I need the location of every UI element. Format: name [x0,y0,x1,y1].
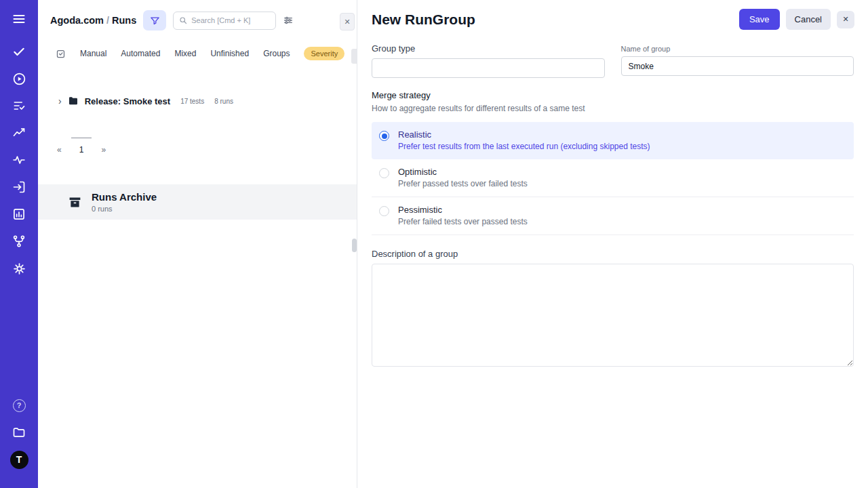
run-group-runs-count: 8 runs [214,98,233,105]
name-of-group-input[interactable] [621,56,854,76]
run-group-tests-count: 17 tests [180,98,204,105]
new-rungroup-header: New RunGroup Save Cancel ✕ [357,0,868,37]
panel-collapse-button[interactable]: ✕ [340,13,355,30]
runs-archive-row[interactable]: Runs Archive 0 runs [38,184,357,220]
runs-filter-tabs: Manual Automated Mixed Unfinished Groups… [38,41,357,66]
breadcrumb-project[interactable]: Agoda.com [50,15,104,26]
view-settings-button[interactable] [283,15,294,26]
chevron-right-icon[interactable]: › [58,96,62,106]
menu-icon[interactable] [9,9,28,28]
funnel-icon [150,16,160,26]
new-rungroup-panel: New RunGroup Save Cancel ✕ Group type Na… [357,0,868,488]
user-avatar[interactable]: T [9,450,28,469]
runs-panel-header: Agoda.com/Runs [38,0,357,37]
save-button[interactable]: Save [739,9,780,30]
run-group-name[interactable]: Release: Smoke test [85,96,170,106]
tab-groups[interactable]: Groups [263,49,290,58]
strategy-description: Prefer passed tests over failed tests [398,179,528,188]
archive-title: Runs Archive [92,191,157,203]
select-all-icon[interactable] [56,49,66,59]
pagination-prev[interactable]: « [57,145,62,156]
description-label: Description of a group [372,249,854,259]
app-sidebar: ? T [0,0,38,488]
description-textarea[interactable] [372,264,854,367]
tab-mixed[interactable]: Mixed [174,49,196,58]
name-of-group-label: Name of group [621,45,854,53]
import-icon[interactable] [9,178,28,197]
projects-folder-icon[interactable] [9,423,28,442]
group-type-input[interactable] [372,58,605,78]
filter-button[interactable] [143,10,166,30]
page-title: New RunGroup [372,12,739,28]
plans-list-icon[interactable] [9,96,28,115]
tab-unfinished[interactable]: Unfinished [210,49,249,58]
avatar-letter: T [10,451,28,469]
radio-unchecked-icon[interactable] [379,168,389,178]
close-panel-button[interactable]: ✕ [837,11,854,28]
strategy-option-pessimistic[interactable]: Pessimistic Prefer failed tests over pas… [372,197,854,235]
archive-count: 0 runs [92,205,157,213]
analytics-line-icon[interactable] [9,123,28,142]
merge-strategy-hint: How to aggregate results for different r… [372,104,854,113]
strategy-name: Pessimistic [398,205,528,215]
new-rungroup-form: Group type Name of group Merge strategy … [357,37,868,369]
archive-box-icon [68,195,82,209]
severity-badge[interactable]: Severity [304,47,344,60]
runs-panel: Agoda.com/Runs ✕ Manual Automated Mixed [38,0,357,488]
cancel-button[interactable]: Cancel [786,9,831,30]
strategy-option-realistic[interactable]: Realistic Prefer test results from the l… [372,122,854,159]
clipped-tab-chip [351,49,357,64]
breadcrumb-separator: / [104,15,112,26]
tab-automated[interactable]: Automated [121,49,160,58]
strategy-name: Optimistic [398,167,528,177]
pulse-activity-icon[interactable] [9,150,28,169]
strategy-name: Realistic [398,129,650,140]
pagination-page-1[interactable]: 1 [71,138,92,156]
radio-checked-icon[interactable] [379,131,389,141]
pagination: « 1 » [38,138,357,156]
run-group-row[interactable]: › Release: Smoke test 17 tests 8 runs [38,90,357,112]
help-icon[interactable]: ? [9,396,28,415]
reports-chart-icon[interactable] [9,205,28,224]
strategy-option-optimistic[interactable]: Optimistic Prefer passed tests over fail… [372,159,854,197]
merge-strategy-label: Merge strategy [372,90,854,100]
help-question-mark: ? [13,399,26,412]
strategy-description: Prefer test results from the last execut… [398,142,650,151]
branches-icon[interactable] [9,232,28,251]
scrollbar-thumb[interactable] [352,239,357,252]
tests-check-icon[interactable] [9,42,28,61]
folder-icon [68,96,79,106]
close-icon: ✕ [344,18,350,26]
search-input[interactable] [191,16,270,24]
search-box [173,12,276,30]
runs-play-circle-icon[interactable] [9,69,28,88]
tab-manual[interactable]: Manual [80,49,106,58]
sliders-icon [283,15,294,26]
strategy-description: Prefer failed tests over passed tests [398,217,528,226]
settings-gear-icon[interactable] [9,259,28,278]
pagination-next[interactable]: » [101,145,106,156]
group-type-label: Group type [372,43,605,54]
breadcrumb-page: Runs [112,15,136,26]
header-actions: Save Cancel ✕ [739,9,854,30]
radio-unchecked-icon[interactable] [379,206,389,216]
close-icon: ✕ [842,15,848,24]
breadcrumb: Agoda.com/Runs [50,15,136,26]
merge-strategy-options: Realistic Prefer test results from the l… [372,122,854,235]
search-icon [179,16,187,24]
